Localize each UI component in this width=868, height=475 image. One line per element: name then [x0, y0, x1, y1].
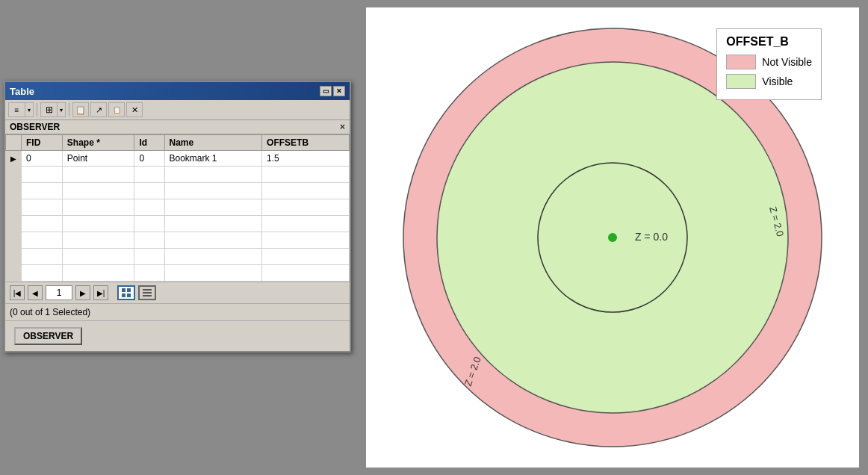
table-row-empty-4: [6, 216, 350, 232]
table-dropdown: ⊞ ▾: [40, 102, 66, 117]
observer-tab: OBSERVER: [5, 320, 350, 351]
cell-offsetb-0: 1.5: [262, 151, 350, 167]
map-area: OFFSET_B Not Visible Visible Z = 0.0: [366, 7, 859, 468]
select-btn[interactable]: 📋: [108, 102, 125, 117]
table-row-empty-7: [6, 265, 350, 282]
table-row-empty-5: [6, 232, 350, 249]
not-visible-label: Not Visible: [762, 56, 812, 68]
legend-item-visible: Visible: [726, 74, 812, 89]
toolbar-divider-1: [37, 103, 37, 117]
options-arrow[interactable]: ▾: [25, 102, 34, 117]
observer-label-button[interactable]: OBSERVER: [14, 327, 82, 345]
copy-btn[interactable]: 📋: [72, 102, 89, 117]
observer-bar: OBSERVER ×: [5, 120, 350, 134]
last-page-btn[interactable]: ▶|: [93, 285, 108, 300]
svg-rect-1: [127, 288, 131, 292]
row-selector-header: [6, 135, 22, 151]
svg-rect-4: [143, 289, 152, 291]
svg-rect-6: [143, 295, 152, 297]
col-name: Name: [164, 135, 262, 151]
toolbar-divider-2: [69, 103, 69, 117]
options-btn[interactable]: ≡: [8, 102, 25, 117]
page-input[interactable]: 1: [46, 285, 72, 300]
table-btn[interactable]: ⊞: [40, 102, 57, 117]
delete-btn[interactable]: ✕: [126, 102, 143, 117]
options-dropdown: ≡ ▾: [8, 102, 34, 117]
main-toolbar: ≡ ▾ ⊞ ▾ 📋 ↗ 📋 ✕: [5, 100, 350, 120]
cell-fid-0: 0: [22, 151, 63, 167]
table-row-empty-1: [6, 167, 350, 183]
svg-rect-0: [122, 288, 125, 292]
list-view-btn[interactable]: [138, 285, 156, 300]
legend-title: OFFSET_B: [726, 35, 812, 49]
window-title: Table: [10, 86, 34, 97]
svg-rect-5: [143, 292, 152, 294]
status-text: (0 out of 1 Selected): [5, 303, 350, 320]
z-inner-label: Z = 0.0: [635, 231, 668, 243]
observer-label: OBSERVER: [10, 122, 60, 132]
not-visible-swatch: [726, 55, 756, 69]
map-legend: OFFSET_B Not Visible Visible: [716, 28, 822, 100]
col-fid: FID: [22, 135, 63, 151]
col-id: Id: [134, 135, 164, 151]
title-bar-controls: ▭ ✕: [320, 86, 345, 96]
data-table: FID Shape * Id Name OFFSETB ▶ 0 Point 0 …: [5, 134, 350, 282]
cell-shape-0: Point: [62, 151, 134, 167]
grid-view-btn[interactable]: [117, 285, 135, 300]
paste-btn[interactable]: ↗: [90, 102, 107, 117]
legend-item-not-visible: Not Visible: [726, 55, 812, 69]
col-shape: Shape *: [62, 135, 134, 151]
next-page-btn[interactable]: ▶: [75, 285, 90, 300]
close-button[interactable]: ✕: [333, 86, 345, 96]
col-offsetb: OFFSETB: [262, 135, 350, 151]
minimize-button[interactable]: ▭: [320, 86, 332, 96]
title-bar: Table ▭ ✕: [5, 82, 350, 100]
visible-swatch: [726, 74, 756, 89]
table-row-empty-6: [6, 249, 350, 265]
map-svg-container: OFFSET_B Not Visible Visible Z = 0.0: [381, 13, 844, 462]
row-selector-0: ▶: [6, 151, 22, 167]
prev-page-btn[interactable]: ◀: [28, 285, 43, 300]
svg-rect-2: [122, 294, 125, 297]
cell-id-0: 0: [134, 151, 164, 167]
first-page-btn[interactable]: |◀: [10, 285, 25, 300]
observer-close-btn[interactable]: ×: [340, 122, 345, 132]
svg-point-10: [608, 233, 617, 242]
data-table-container: FID Shape * Id Name OFFSETB ▶ 0 Point 0 …: [5, 134, 350, 282]
visible-label: Visible: [762, 75, 793, 87]
cell-name-0: Bookmark 1: [164, 151, 262, 167]
table-row-empty-2: [6, 183, 350, 199]
table-row[interactable]: ▶ 0 Point 0 Bookmark 1 1.5: [6, 151, 350, 167]
table-row-empty-3: [6, 199, 350, 216]
pagination-toolbar: |◀ ◀ 1 ▶ ▶|: [5, 282, 350, 303]
table-header-row: FID Shape * Id Name OFFSETB: [6, 135, 350, 151]
table-arrow[interactable]: ▾: [57, 102, 66, 117]
svg-rect-3: [127, 294, 131, 297]
table-window: Table ▭ ✕ ≡ ▾ ⊞ ▾ 📋 ↗ 📋 ✕ OBSERVER ×: [4, 81, 351, 353]
